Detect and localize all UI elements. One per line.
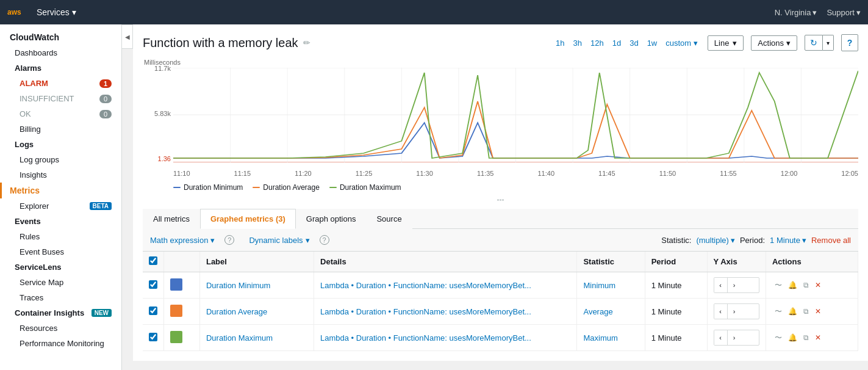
region-selector[interactable]: N. Virginia ▾ <box>775 8 817 17</box>
time-1d-button[interactable]: 1d <box>610 37 623 49</box>
row1-copy-icon[interactable]: ⧉ <box>801 280 811 291</box>
sidebar-item-insufficient[interactable]: INSUFFICIENT 0 <box>0 91 121 106</box>
row2-bell-icon[interactable]: 🔔 <box>786 306 800 317</box>
refresh-dropdown-button[interactable]: ▾ <box>823 35 834 51</box>
dynamic-labels-help-icon[interactable]: ? <box>320 235 329 245</box>
content-inner: Function with a memory leak ✏ 1h 3h 12h … <box>133 24 868 361</box>
chart-controls: 1h 3h 12h 1d 3d 1w custom ▾ Line ▾ Actio… <box>553 34 858 51</box>
dynamic-labels-button[interactable]: Dynamic labels ▾ <box>249 236 309 245</box>
math-help-icon[interactable]: ? <box>224 235 234 245</box>
row3-bell-icon[interactable]: 🔔 <box>786 332 800 343</box>
row3-yaxis-right-btn[interactable]: › <box>728 330 741 345</box>
refresh-button[interactable]: ↻ <box>805 35 823 51</box>
sidebar-item-cloudwatch[interactable]: CloudWatch <box>0 29 121 45</box>
row3-checkbox[interactable] <box>149 333 157 341</box>
row2-label-cell: Duration Average <box>199 299 314 325</box>
row3-statistic-link[interactable]: Maximum <box>583 333 617 343</box>
row1-label-link[interactable]: Duration Minimum <box>206 281 270 290</box>
sidebar-item-alarms[interactable]: Alarms <box>0 60 121 76</box>
sidebar-item-logs[interactable]: Logs <box>0 137 121 152</box>
tab-source[interactable]: Source <box>366 209 412 229</box>
row3-yaxis-control: ‹ › <box>714 330 759 346</box>
actions-button[interactable]: Actions ▾ <box>751 35 797 51</box>
sidebar-item-events[interactable]: Events <box>0 214 121 229</box>
x-label-6: 11:35 <box>477 170 494 177</box>
sidebar-item-insights[interactable]: Insights <box>0 167 121 183</box>
x-label-12: 12:05 <box>841 170 858 177</box>
row3-yaxis-left-btn[interactable]: ‹ <box>714 330 728 345</box>
sidebar-item-container-insights[interactable]: Container Insights NEW <box>0 305 121 321</box>
services-chevron-icon: ▾ <box>72 7 76 17</box>
edit-title-icon[interactable]: ✏ <box>303 38 310 48</box>
sidebar-item-service-map[interactable]: Service Map <box>0 275 121 290</box>
row2-yaxis-cell: ‹ › <box>707 299 766 325</box>
row3-period-text: 1 Minute <box>651 333 682 343</box>
sidebar-item-ok[interactable]: OK 0 <box>0 106 121 122</box>
sidebar-item-dashboards[interactable]: Dashboards <box>0 45 121 60</box>
row1-yaxis-left-btn[interactable]: ‹ <box>714 278 728 292</box>
sidebar-item-metrics[interactable]: Metrics <box>0 183 121 198</box>
row3-details-link[interactable]: Lambda • Duration • FunctionName: usesMo… <box>320 333 531 343</box>
sidebar-item-performance-monitoring[interactable]: Performance Monitoring <box>0 336 121 351</box>
chart-type-dropdown[interactable]: Line ▾ <box>708 35 744 51</box>
row3-color-swatch <box>170 331 182 343</box>
remove-all-button[interactable]: Remove all <box>811 236 851 245</box>
legend-item-minimum[interactable]: Duration Minimum <box>173 183 243 192</box>
time-1w-button[interactable]: 1w <box>645 37 660 49</box>
sidebar-item-log-groups[interactable]: Log groups <box>0 152 121 167</box>
select-all-checkbox[interactable] <box>149 256 157 265</box>
row1-graph-icon[interactable]: 〜 <box>772 279 784 292</box>
time-12h-button[interactable]: 12h <box>588 37 606 49</box>
row1-details-link[interactable]: Lambda • Duration • FunctionName: usesMo… <box>320 281 531 290</box>
support-menu[interactable]: Support ▾ <box>827 8 861 17</box>
row3-copy-icon[interactable]: ⧉ <box>801 332 811 343</box>
row1-checkbox[interactable] <box>149 280 157 289</box>
time-3h-button[interactable]: 3h <box>571 37 584 49</box>
tab-graphed-metrics[interactable]: Graphed metrics (3) <box>200 209 296 229</box>
statistic-value-button[interactable]: (multiple) ▾ <box>696 236 734 245</box>
sidebar-item-rules[interactable]: Rules <box>0 229 121 244</box>
sidebar-item-alarm[interactable]: ALARM 1 <box>0 76 121 91</box>
sidebar-item-explorer[interactable]: Explorer BETA <box>0 198 121 214</box>
tab-graph-options[interactable]: Graph options <box>296 209 367 229</box>
math-expression-button[interactable]: Math expression ▾ <box>150 236 215 245</box>
row2-statistic-link[interactable]: Average <box>583 307 612 316</box>
row2-checkbox[interactable] <box>149 307 157 315</box>
row2-copy-icon[interactable]: ⧉ <box>801 306 811 317</box>
row1-checkbox-cell <box>143 272 164 299</box>
chart-x-labels: 11:10 11:15 11:20 11:25 11:30 11:35 11:4… <box>173 170 858 177</box>
time-1h-button[interactable]: 1h <box>553 37 567 49</box>
info-button[interactable]: ? <box>841 34 858 51</box>
row3-label-link[interactable]: Duration Maximum <box>206 333 273 343</box>
row1-yaxis-right-btn[interactable]: › <box>728 278 741 292</box>
row3-remove-icon[interactable]: ✕ <box>812 332 823 343</box>
tabs-bar: All metrics Graphed metrics (3) Graph op… <box>143 209 858 229</box>
sidebar-item-billing[interactable]: Billing <box>0 122 121 137</box>
legend-item-average[interactable]: Duration Average <box>253 183 320 192</box>
row2-remove-icon[interactable]: ✕ <box>812 306 823 317</box>
sidebar-item-resources[interactable]: Resources <box>0 321 121 336</box>
row2-yaxis-control: ‹ › <box>714 303 759 319</box>
tab-all-metrics[interactable]: All metrics <box>143 209 200 229</box>
row2-details-link[interactable]: Lambda • Duration • FunctionName: usesMo… <box>320 307 531 316</box>
time-3d-button[interactable]: 3d <box>627 37 640 49</box>
row2-yaxis-left-btn[interactable]: ‹ <box>714 304 728 319</box>
aws-logo: aws <box>7 6 27 18</box>
sidebar-collapse-button[interactable]: ◀ <box>122 24 133 49</box>
time-custom-button[interactable]: custom ▾ <box>663 37 700 49</box>
row2-graph-icon[interactable]: 〜 <box>772 305 784 318</box>
sidebar-item-servicelens[interactable]: ServiceLens <box>0 259 121 275</box>
row3-graph-icon[interactable]: 〜 <box>772 332 784 344</box>
row2-label-link[interactable]: Duration Average <box>206 307 267 316</box>
row2-yaxis-right-btn[interactable]: › <box>728 304 741 319</box>
row1-statistic-link[interactable]: Minimum <box>583 281 615 290</box>
period-value-text: 1 Minute <box>770 236 800 245</box>
row2-statistic-cell: Average <box>577 299 645 325</box>
legend-item-maximum[interactable]: Duration Maximum <box>329 183 401 192</box>
sidebar-item-traces[interactable]: Traces <box>0 290 121 305</box>
row1-remove-icon[interactable]: ✕ <box>812 280 823 291</box>
row1-bell-icon[interactable]: 🔔 <box>786 280 800 291</box>
services-menu[interactable]: Services ▾ <box>37 7 76 17</box>
period-value-button[interactable]: 1 Minute ▾ <box>770 236 806 245</box>
sidebar-item-event-buses[interactable]: Event Buses <box>0 244 121 259</box>
